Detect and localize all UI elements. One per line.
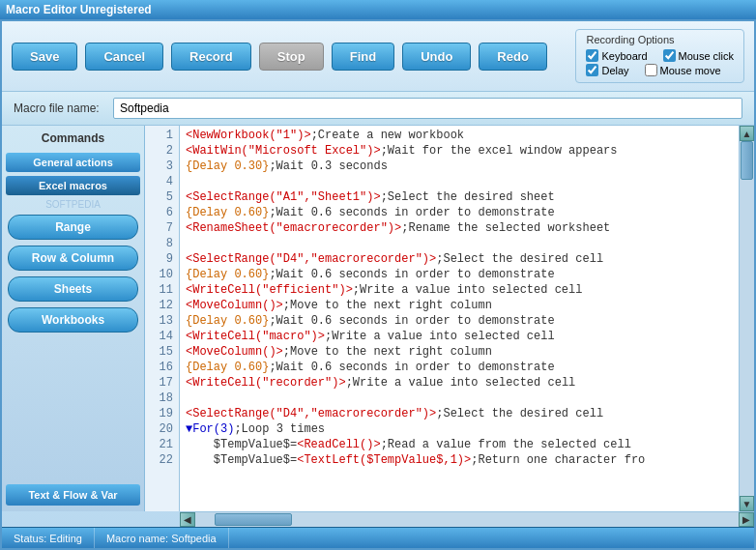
- code-line-10: {Delay 0.60};Wait 0.6 seconds in order t…: [186, 267, 733, 282]
- code-line-1: <NewWorkbook("1")>;Create a new workbook: [186, 128, 733, 143]
- line-num: 20: [145, 421, 179, 437]
- hscroll-thumb[interactable]: [215, 513, 292, 526]
- code-line-14: <WriteCell("macro")>;Write a value into …: [186, 329, 733, 344]
- line-num: 15: [145, 344, 179, 360]
- code-line-4: [186, 174, 733, 189]
- delay-option[interactable]: Delay: [586, 64, 628, 76]
- line-num: 22: [145, 452, 179, 468]
- line-num: 21: [145, 437, 179, 452]
- sidebar: Commands General actions Excel macros SO…: [2, 126, 145, 511]
- line-num: 17: [145, 375, 179, 391]
- macro-name-row: Macro file name: Softpedia: [2, 92, 754, 126]
- title-bar: Macro Editor Unregistered: [0, 0, 756, 19]
- code-line-21: $TempValue$=<ReadCell()>;Read a value fr…: [186, 437, 733, 452]
- recording-options: Recording Options Keyboard Mouse click D…: [575, 29, 744, 83]
- scroll-thumb[interactable]: [741, 141, 753, 180]
- main-container: Save Cancel Record Stop Find Undo Redo R…: [0, 19, 756, 550]
- scroll-up-arrow[interactable]: ▲: [740, 126, 754, 141]
- scroll-left-arrow[interactable]: ◀: [180, 512, 195, 527]
- code-line-6: {Delay 0.60};Wait 0.6 seconds in order t…: [186, 205, 733, 220]
- code-line-12: <MoveColumn()>;Move to the next right co…: [186, 298, 733, 313]
- macro-name-label: Macro file name:: [14, 101, 105, 115]
- code-line-2: <WaitWin("Microsoft Excel")>;Wait for th…: [186, 143, 733, 159]
- code-line-22: $TempValue$=<TextLeft($TempValue$,1)>;Re…: [186, 452, 733, 468]
- status-editing: Status: Editing: [2, 528, 95, 548]
- line-num: 8: [145, 236, 179, 251]
- code-line-17: <WriteCell("recorder")>;Write a value in…: [186, 375, 733, 391]
- scroll-down-arrow[interactable]: ▼: [740, 496, 754, 511]
- line-num: 18: [145, 391, 179, 406]
- horizontal-scrollbar: ◀ ▶: [180, 511, 754, 527]
- code-line-7: <RenameSheet("emacrorecorder")>;Rename t…: [186, 220, 733, 236]
- record-button[interactable]: Record: [171, 43, 251, 71]
- status-bar: Status: Editing Macro name: Softpedia: [2, 527, 754, 548]
- code-line-20: ▼For(3);Loop 3 times: [186, 421, 733, 437]
- mouse-click-option[interactable]: Mouse click: [663, 49, 734, 62]
- line-num: 7: [145, 220, 179, 236]
- mouse-move-option[interactable]: Mouse move: [645, 64, 721, 76]
- code-area: 1 2 3 4 5 6 7 8 9 10 11 12 13 14 15 16 1…: [145, 126, 754, 511]
- line-num: 10: [145, 267, 179, 282]
- keyboard-checkbox[interactable]: [586, 49, 598, 62]
- code-line-3: {Delay 0.30};Wait 0.3 seconds: [186, 159, 733, 174]
- sidebar-title: Commands: [6, 131, 140, 145]
- mouse-move-checkbox[interactable]: [645, 64, 657, 76]
- hscroll-track[interactable]: [195, 512, 739, 527]
- status-macro-name: Macro name: Softpedia: [95, 528, 229, 548]
- watermark: SOFTPEDIA: [6, 199, 140, 210]
- sidebar-btn-range[interactable]: Range: [8, 215, 138, 240]
- code-line-13: {Delay 0.60};Wait 0.6 seconds in order t…: [186, 313, 733, 329]
- find-button[interactable]: Find: [332, 43, 394, 71]
- stop-button: Stop: [259, 43, 324, 71]
- code-content[interactable]: <NewWorkbook("1")>;Create a new workbook…: [180, 126, 739, 511]
- scroll-right-arrow[interactable]: ▶: [739, 512, 754, 527]
- toolbar: Save Cancel Record Stop Find Undo Redo R…: [2, 21, 754, 92]
- code-line-9: <SelectRange("D4","emacrorecorder")>;Sel…: [186, 251, 733, 267]
- code-line-5: <SelectRange("A1","Sheet1")>;Select the …: [186, 189, 733, 205]
- keyboard-label: Keyboard: [601, 50, 647, 62]
- macro-name-input[interactable]: Softpedia: [113, 98, 742, 119]
- line-num: 6: [145, 205, 179, 220]
- line-num: 12: [145, 298, 179, 313]
- code-line-19: <SelectRange("D4","emacrorecorder")>;Sel…: [186, 406, 733, 421]
- line-num: 11: [145, 282, 179, 298]
- line-num: 1: [145, 128, 179, 143]
- line-num: 14: [145, 329, 179, 344]
- line-num: 13: [145, 313, 179, 329]
- keyboard-option[interactable]: Keyboard: [586, 49, 647, 62]
- save-button[interactable]: Save: [12, 43, 77, 71]
- mouse-click-label: Mouse click: [679, 50, 734, 62]
- recording-options-row2: Delay Mouse move: [586, 64, 734, 76]
- code-line-8: [186, 236, 733, 251]
- line-num: 16: [145, 360, 179, 375]
- code-line-15: <MoveColumn()>;Move to the next right co…: [186, 344, 733, 360]
- title-text: Macro Editor Unregistered: [6, 3, 152, 16]
- scroll-track[interactable]: [740, 141, 754, 496]
- code-line-11: <WriteCell("efficient")>;Write a value i…: [186, 282, 733, 298]
- line-num: 19: [145, 406, 179, 421]
- line-num: 5: [145, 189, 179, 205]
- delay-label: Delay: [601, 65, 628, 76]
- sidebar-btn-row-column[interactable]: Row & Column: [8, 246, 138, 271]
- mouse-click-checkbox[interactable]: [663, 49, 676, 62]
- sidebar-item-excel-macros[interactable]: Excel macros: [6, 176, 140, 195]
- code-line-16: {Delay 0.60};Wait 0.6 seconds in order t…: [186, 360, 733, 375]
- recording-options-row1: Keyboard Mouse click: [586, 49, 734, 62]
- recording-options-title: Recording Options: [586, 34, 734, 45]
- code-line-18: [186, 391, 733, 406]
- vertical-scrollbar: ▲ ▼: [739, 126, 754, 511]
- line-num: 9: [145, 251, 179, 267]
- line-num: 2: [145, 143, 179, 159]
- line-num: 3: [145, 159, 179, 174]
- mouse-move-label: Mouse move: [660, 65, 721, 76]
- delay-checkbox[interactable]: [586, 64, 598, 76]
- undo-button[interactable]: Undo: [402, 43, 471, 71]
- sidebar-btn-text-flow-var[interactable]: Text & Flow & Var: [6, 484, 140, 506]
- line-numbers: 1 2 3 4 5 6 7 8 9 10 11 12 13 14 15 16 1…: [145, 126, 180, 511]
- line-num: 4: [145, 174, 179, 189]
- sidebar-btn-sheets[interactable]: Sheets: [8, 276, 138, 302]
- sidebar-item-general-actions[interactable]: General actions: [6, 153, 140, 172]
- redo-button[interactable]: Redo: [479, 43, 547, 71]
- cancel-button[interactable]: Cancel: [85, 43, 163, 71]
- sidebar-btn-workbooks[interactable]: Workbooks: [8, 307, 138, 333]
